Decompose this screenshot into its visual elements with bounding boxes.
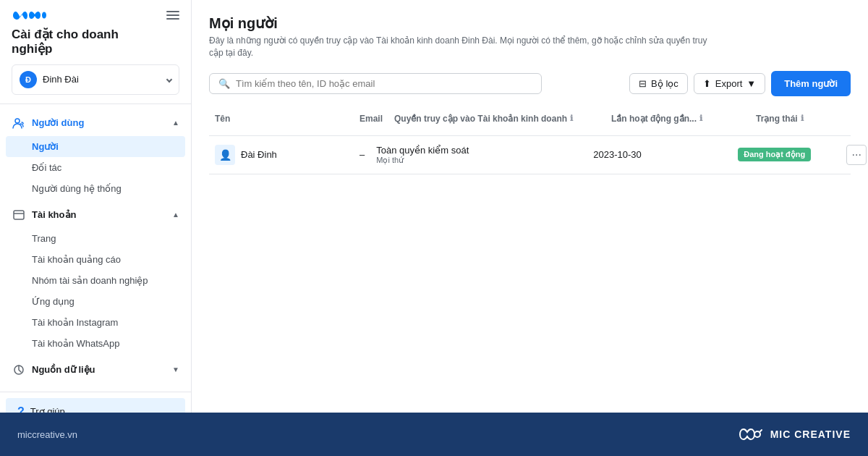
- td-status: Đang hoạt động: [732, 139, 841, 170]
- footer-brand: MIC CREATIVE: [737, 426, 851, 443]
- export-label: Export: [715, 78, 743, 89]
- filter-label: Bộ lọc: [651, 78, 678, 89]
- export-chevron-icon: ▼: [746, 78, 756, 89]
- filter-button[interactable]: ⊟ Bộ lọc: [629, 73, 688, 94]
- filter-icon: ⊟: [639, 78, 647, 89]
- search-box[interactable]: 🔍: [209, 73, 542, 94]
- chevron-up-icon: ▲: [172, 119, 179, 127]
- th-trang-thai: Trạng thái ℹ: [750, 108, 859, 130]
- section-label-tai-khoan: Tài khoản: [32, 209, 76, 220]
- search-input[interactable]: [236, 78, 532, 89]
- quyen-info-icon[interactable]: ℹ: [570, 114, 573, 123]
- search-icon: 🔍: [218, 78, 230, 89]
- sidebar-item-ung-dung[interactable]: Ứng dụng: [0, 291, 191, 312]
- brand-name: MIC CREATIVE: [770, 428, 851, 440]
- export-button[interactable]: ⬆ Export ▼: [694, 73, 765, 94]
- td-last-active: 2023-10-30: [587, 140, 732, 169]
- section-label-nguon-du-lieu: Nguồn dữ liệu: [32, 364, 95, 375]
- page-description: Đây là những người có quyền truy cập vào…: [209, 35, 715, 59]
- users-section-icon: [12, 116, 26, 130]
- chevron-down-icon: [166, 77, 172, 83]
- trang-thai-info-icon[interactable]: ℹ: [801, 114, 804, 123]
- account-section-icon: [12, 208, 26, 222]
- add-user-button[interactable]: Thêm người: [771, 71, 851, 96]
- export-icon: ⬆: [703, 78, 711, 89]
- svg-point-0: [15, 119, 20, 123]
- svg-point-3: [754, 431, 760, 437]
- sidebar-section-nguon-du-lieu[interactable]: Nguồn dữ liệu ▼: [0, 357, 191, 383]
- menu-icon[interactable]: [166, 11, 179, 20]
- nav-section-nguoi-dung: Người dùng ▲ Người Đối tác Người dùng hệ…: [0, 110, 191, 199]
- meta-logo-icon: [12, 9, 48, 22]
- more-actions-button[interactable]: ···: [846, 145, 867, 165]
- th-actions: [859, 108, 868, 130]
- sidebar-item-tai-khoan-instagram[interactable]: Tài khoản Instagram: [0, 312, 191, 333]
- sidebar-bottom: ? Trợ giúp 🔔 △ 💬 ⬛: [0, 392, 191, 413]
- account-selector[interactable]: Đ Đinh Đài: [12, 64, 179, 95]
- th-quyen-truy-cap: Quyền truy cập vào Tài khoản kinh doanh …: [388, 108, 605, 130]
- hoat-dong-info-icon[interactable]: ℹ: [699, 114, 702, 123]
- sidebar-item-trang[interactable]: Trang: [0, 228, 191, 249]
- nav-section-tai-khoan: Tài khoản ▲ Trang Tài khoản quảng cáo Nh…: [0, 202, 191, 354]
- sidebar-help-item[interactable]: ? Trợ giúp: [6, 398, 185, 413]
- help-label: Trợ giúp: [30, 406, 65, 413]
- chevron-up-icon-2: ▲: [172, 211, 179, 219]
- th-lan-hoat-dong: Lần hoạt động gần... ℹ: [605, 108, 750, 130]
- mic-logo-icon: [737, 426, 763, 443]
- sidebar-section-nguoi-dung[interactable]: Người dùng ▲: [0, 110, 191, 136]
- content-area: Mọi người Đây là những người có quyền tr…: [192, 0, 868, 413]
- table-header: Tên Email Quyền truy cập vào Tài khoản k…: [209, 108, 851, 136]
- add-user-label: Thêm người: [784, 78, 838, 89]
- sidebar-item-tai-khoan-quang-cao[interactable]: Tài khoản quảng cáo: [0, 249, 191, 270]
- meta-logo: [12, 9, 179, 22]
- permission-sub: Mọi thứ: [376, 156, 582, 165]
- sidebar: Cài đặt cho doanhnghiệp Đ Đinh Đài: [0, 0, 192, 413]
- th-ten: Tên: [209, 108, 354, 130]
- table-row: 👤 Đài Đinh – Toàn quyền kiểm soát Mọi th…: [209, 136, 851, 174]
- account-name: Đinh Đài: [43, 74, 161, 85]
- td-email: –: [354, 140, 370, 169]
- sidebar-item-nguoi[interactable]: Người: [6, 136, 185, 157]
- table-container: Tên Email Quyền truy cập vào Tài khoản k…: [209, 108, 851, 174]
- td-more: ···: [841, 136, 868, 174]
- th-email: Email: [354, 108, 388, 130]
- help-icon: ?: [17, 405, 25, 413]
- sidebar-title: Cài đặt cho doanhnghiệp: [12, 28, 179, 57]
- td-name: 👤 Đài Đinh: [209, 136, 354, 174]
- sidebar-item-doi-tac[interactable]: Đối tác: [0, 157, 191, 178]
- nav-section-nguon-du-lieu: Nguồn dữ liệu ▼: [0, 357, 191, 383]
- toolbar-right: ⊟ Bộ lọc ⬆ Export ▼ Thêm người: [629, 71, 851, 96]
- td-permission: Toàn quyền kiểm soát Mọi thứ: [370, 136, 587, 174]
- sidebar-item-tai-khoan-whatsapp[interactable]: Tài khoản WhatsApp: [0, 333, 191, 354]
- user-avatar-icon: 👤: [215, 145, 235, 165]
- avatar: Đ: [20, 71, 37, 88]
- sidebar-nav: Người dùng ▲ Người Đối tác Người dùng hệ…: [0, 104, 191, 392]
- permission-main: Toàn quyền kiểm soát: [376, 145, 582, 156]
- sidebar-section-tai-khoan[interactable]: Tài khoản ▲: [0, 202, 191, 228]
- toolbar: 🔍 ⊟ Bộ lọc ⬆ Export ▼ Thêm người: [209, 71, 851, 96]
- sidebar-item-nguoi-dung-he-thong[interactable]: Người dùng hệ thống: [0, 178, 191, 199]
- svg-rect-1: [14, 211, 24, 219]
- user-cell: 👤 Đài Đinh: [215, 145, 348, 165]
- user-name: Đài Đinh: [241, 149, 277, 160]
- data-section-icon: [12, 363, 26, 377]
- sidebar-item-nhom-tai-san[interactable]: Nhóm tài sản doanh nghiệp: [0, 270, 191, 291]
- main-content: Mọi người Đây là những người có quyền tr…: [192, 0, 868, 413]
- sidebar-header: Cài đặt cho doanhnghiệp Đ Đinh Đài: [0, 0, 191, 104]
- section-label-nguoi-dung: Người dùng: [32, 117, 84, 128]
- footer-website: miccreative.vn: [17, 429, 77, 440]
- footer: miccreative.vn MIC CREATIVE: [0, 413, 868, 456]
- page-title: Mọi người: [209, 14, 851, 32]
- chevron-down-icon-2: ▼: [172, 366, 179, 373]
- status-badge: Đang hoạt động: [738, 148, 811, 161]
